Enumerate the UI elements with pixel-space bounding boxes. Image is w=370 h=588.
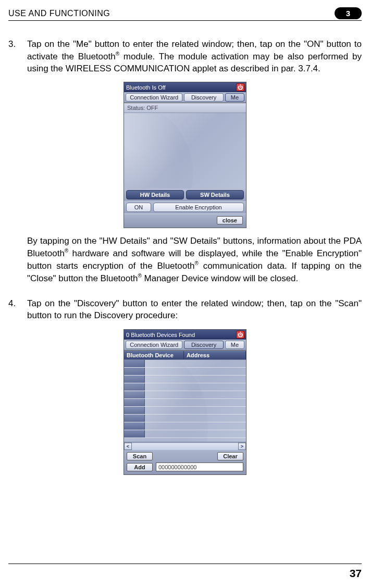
col-bluetooth-device[interactable]: Bluetooth Device: [124, 351, 184, 359]
device-grid: [124, 360, 246, 442]
header-title: USE AND FUNCTIONING: [8, 9, 110, 18]
cmd-row-1: Scan Clear: [127, 452, 243, 460]
tab-discovery[interactable]: Discovery: [184, 93, 223, 102]
sw-details-button[interactable]: SW Details: [186, 190, 244, 199]
page-footer: 37: [8, 564, 362, 580]
pda2-titlebar: 0 Bluetooth Devices Found ⏻: [124, 330, 246, 340]
on-button[interactable]: ON: [126, 203, 151, 212]
enable-encryption-button[interactable]: Enable Encryption: [153, 203, 244, 212]
page-number: 37: [350, 567, 362, 580]
close-button[interactable]: close: [217, 216, 243, 224]
col-address[interactable]: Address: [184, 351, 246, 359]
scroll-track[interactable]: [132, 443, 238, 450]
reg-mark: ®: [194, 260, 198, 266]
reg-mark: ®: [116, 51, 119, 57]
table-row[interactable]: [124, 360, 246, 368]
tab-me[interactable]: Me: [225, 341, 244, 349]
table-row[interactable]: [124, 407, 246, 415]
figure-1: Bluetooth Is Off ⏻ Connection Wizard Dis…: [8, 82, 362, 228]
table-header: Bluetooth Device Address: [124, 351, 246, 360]
pda2-title: 0 Bluetooth Devices Found: [126, 332, 195, 338]
power-icon[interactable]: ⏻: [236, 83, 244, 91]
scroll-right-icon[interactable]: >: [238, 443, 246, 450]
scan-button[interactable]: Scan: [127, 452, 153, 460]
table-row[interactable]: [124, 376, 246, 383]
pda1-body: [124, 113, 246, 189]
tab-connection-wizard[interactable]: Connection Wizard: [126, 341, 182, 349]
figure-2: 0 Bluetooth Devices Found ⏻ Connection W…: [8, 329, 362, 475]
pda2-tabrow: Connection Wizard Discovery Me: [124, 340, 246, 351]
page-header: USE AND FUNCTIONING 3: [8, 7, 362, 21]
pda-window-discovery: 0 Bluetooth Devices Found ⏻ Connection W…: [124, 329, 246, 475]
clear-button[interactable]: Clear: [217, 452, 243, 460]
table-row[interactable]: [124, 368, 246, 376]
step-number: 4.: [8, 298, 18, 322]
table-row[interactable]: [124, 415, 246, 422]
pda1-tabrow: Connection Wizard Discovery Me: [124, 92, 246, 103]
step3-followup-paragraph: By tapping on the "HW Details" and "SW D…: [27, 235, 362, 284]
chapter-badge: 3: [335, 7, 362, 19]
address-input[interactable]: [156, 462, 243, 471]
table-row[interactable]: [124, 391, 246, 399]
horizontal-scrollbar[interactable]: < >: [124, 442, 246, 450]
hw-details-button[interactable]: HW Details: [126, 190, 184, 199]
pda-window-me: Bluetooth Is Off ⏻ Connection Wizard Dis…: [124, 82, 246, 228]
table-row[interactable]: [124, 422, 246, 430]
pda1-title: Bluetooth Is Off: [126, 84, 166, 91]
cmd-row-2: Add: [127, 462, 243, 471]
pda2-command-area: Scan Clear Add: [124, 450, 246, 474]
reg-mark: ®: [138, 273, 141, 279]
tab-connection-wizard[interactable]: Connection Wizard: [126, 93, 182, 102]
table-row[interactable]: [124, 383, 246, 391]
step-text: Tap on the "Discovery" button to enter t…: [27, 298, 362, 322]
scroll-left-icon[interactable]: <: [124, 443, 132, 450]
tab-discovery[interactable]: Discovery: [184, 341, 223, 349]
page-body: 3. Tap on the "Me" button to enter the r…: [8, 21, 362, 475]
pda1-button-row-2: ON Enable Encryption: [124, 201, 246, 214]
tab-me[interactable]: Me: [225, 93, 244, 102]
power-icon[interactable]: ⏻: [236, 331, 244, 339]
table-row[interactable]: [124, 430, 246, 438]
pda1-titlebar: Bluetooth Is Off ⏻: [124, 82, 246, 92]
step-4: 4. Tap on the "Discovery" button to ente…: [8, 298, 362, 322]
p-d: Manager Device window will be closed.: [142, 273, 298, 283]
pda1-close-strip: close: [124, 214, 246, 228]
status-row: Status: OFF: [124, 103, 246, 113]
add-button[interactable]: Add: [127, 463, 153, 471]
table-row[interactable]: [124, 399, 246, 407]
step-3: 3. Tap on the "Me" button to enter the r…: [8, 39, 362, 74]
pda1-button-row-1: HW Details SW Details: [124, 189, 246, 201]
step-text: Tap on the "Me" button to enter the rela…: [27, 39, 362, 74]
step-number: 3.: [8, 39, 18, 74]
